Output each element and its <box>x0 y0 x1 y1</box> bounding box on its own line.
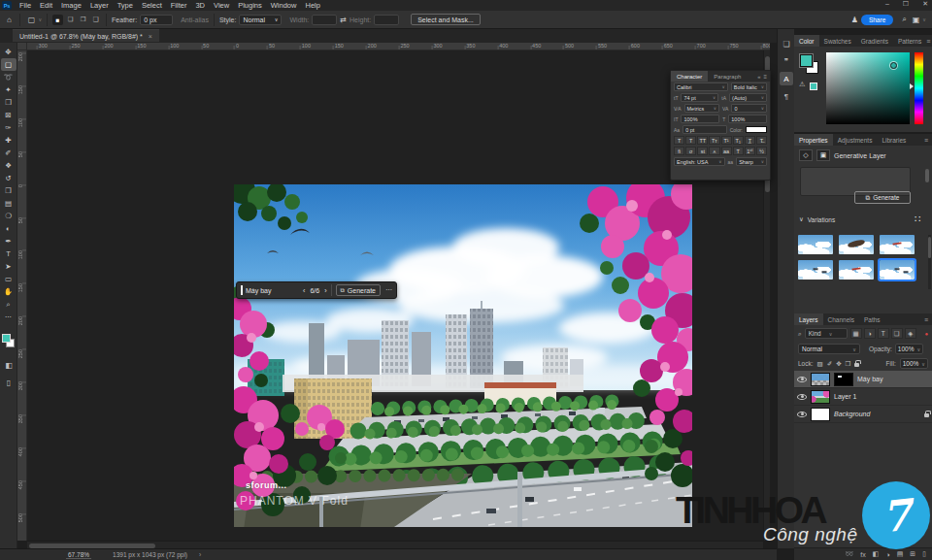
collapse-panel-icon[interactable]: « <box>757 74 760 80</box>
tracking-select[interactable]: 0∨ <box>731 104 767 113</box>
zoom-level-input[interactable]: 67.78% <box>66 551 91 559</box>
blend-mode-select[interactable]: Normal∨ <box>798 344 860 354</box>
photo-canvas[interactable]: .f1{fill:#d6309b}.f2{fill:#e455b1}.f3{fi… <box>234 184 692 527</box>
panel-menu-icon[interactable]: ≡ <box>763 74 767 80</box>
opentype-feature-toggle[interactable]: T <box>733 147 744 155</box>
pen-tool[interactable]: ✒ <box>1 235 17 247</box>
home-icon[interactable]: ⌂ <box>4 16 15 24</box>
variation-6[interactable] <box>880 260 915 280</box>
minimize-icon[interactable]: – <box>885 0 889 8</box>
panel-menu-icon[interactable]: ≡ <box>924 137 932 144</box>
edit-toolbar-icon[interactable]: ⋯ <box>1 311 17 323</box>
type-style-toggle[interactable]: T₁ <box>733 136 744 145</box>
tab-gradients[interactable]: Gradients <box>856 35 893 47</box>
fill-select[interactable]: 100%∨ <box>900 358 928 369</box>
tab-paragraph[interactable]: Paragraph <box>708 71 747 82</box>
tab-color[interactable]: Color <box>794 35 819 47</box>
prompt-scrollbar[interactable] <box>925 169 929 182</box>
layer-name[interactable]: Layer 1 <box>834 393 856 400</box>
leading-select[interactable]: (Auto)∨ <box>729 93 767 102</box>
type-style-toggle[interactable]: T¹ <box>721 136 732 145</box>
visibility-eye-icon[interactable] <box>797 394 807 400</box>
gamut-warning-icon[interactable]: ⚠ <box>799 81 805 88</box>
menu-item[interactable]: Select <box>142 1 162 10</box>
marquee-tool-preset-icon[interactable]: ▢ <box>25 16 39 24</box>
baseline-shift-input[interactable]: 0 pt <box>682 125 727 134</box>
layer-row-layer-1[interactable]: Layer 1 <box>794 388 932 406</box>
status-arrow-icon[interactable]: › <box>199 551 201 558</box>
tool-preset-dd-icon[interactable]: ∨ <box>38 16 42 22</box>
opentype-feature-toggle[interactable]: σ <box>685 147 696 155</box>
variation-1[interactable] <box>798 235 833 254</box>
vertical-scale-input[interactable]: 100% <box>681 115 719 123</box>
filter-kind-select[interactable]: Kind∨ <box>805 328 848 339</box>
screen-mode-icon[interactable]: ▯ <box>1 377 17 388</box>
new-layer-icon[interactable]: ⊞ <box>910 550 915 558</box>
font-size-select[interactable]: 74 pt∨ <box>681 93 718 102</box>
adjustment-layer-icon[interactable]: ◑ <box>885 551 889 558</box>
filter-toggle-icon[interactable]: ● <box>924 331 928 337</box>
history-panel-icon[interactable]: ❏ <box>780 37 793 50</box>
eyedropper-tool[interactable]: ✑ <box>1 121 17 134</box>
opentype-feature-toggle[interactable]: aa <box>721 147 732 155</box>
healing-brush-tool[interactable]: ✚ <box>1 134 17 147</box>
rectangular-marquee-tool[interactable]: ▢ <box>1 58 17 71</box>
tab-channels[interactable]: Channels <box>823 313 859 325</box>
chevron-down-icon[interactable]: ∨ <box>799 215 804 223</box>
gamut-color-swatch[interactable] <box>810 82 817 90</box>
ruler-origin-corner[interactable] <box>17 43 27 50</box>
opentype-feature-toggle[interactable]: st <box>697 147 708 155</box>
dodge-tool[interactable]: ◐ <box>1 222 17 235</box>
menu-item[interactable]: Plugins <box>238 1 262 10</box>
maximize-icon[interactable]: ☐ <box>903 0 909 8</box>
variation-2[interactable] <box>839 235 874 254</box>
menu-item[interactable]: Help <box>305 1 319 10</box>
layer-thumbnail[interactable] <box>811 408 830 421</box>
menu-item[interactable]: Window <box>271 1 297 10</box>
tab-adjustments[interactable]: Adjustments <box>833 134 878 146</box>
previous-variation-icon[interactable]: ‹ <box>303 287 305 294</box>
type-style-toggle[interactable]: T <box>674 136 684 145</box>
quick-selection-tool[interactable]: ✦ <box>1 83 17 96</box>
opentype-feature-toggle[interactable]: ᴀ <box>709 147 719 155</box>
move-tool[interactable]: ✥ <box>1 46 17 58</box>
select-and-mask-button[interactable]: Select and Mask... <box>411 14 481 25</box>
swap-dimensions-icon[interactable]: ⇄ <box>337 16 350 24</box>
menu-item[interactable]: Type <box>117 1 133 10</box>
subtract-from-selection-icon[interactable]: ❐ <box>78 15 88 25</box>
tab-swatches[interactable]: Swatches <box>819 35 856 47</box>
canvas-horizontal-scrollbar[interactable] <box>27 541 763 548</box>
hue-slider[interactable] <box>915 52 923 124</box>
color-field-marker[interactable] <box>890 62 897 69</box>
workspace-switcher-icon[interactable]: ▣ <box>910 16 923 24</box>
variations-scrollbar[interactable] <box>928 235 931 289</box>
scrollbar-thumb[interactable] <box>29 544 155 548</box>
type-tool[interactable]: T <box>1 247 17 260</box>
feather-input[interactable]: 0 px <box>140 15 173 25</box>
visibility-eye-icon[interactable] <box>797 377 807 382</box>
variation-4[interactable] <box>798 260 833 280</box>
menu-item[interactable]: Layer <box>90 1 109 10</box>
panel-menu-icon[interactable]: ≡ <box>926 38 932 45</box>
prompt-input[interactable]: Máy bay <box>246 287 271 294</box>
opacity-select[interactable]: 100%∨ <box>895 344 923 354</box>
layer-thumbnail[interactable] <box>811 390 830 404</box>
menu-item[interactable]: View <box>214 1 229 10</box>
gradient-tool[interactable]: ▤ <box>1 197 17 210</box>
delete-layer-icon[interactable]: ▯ <box>922 550 926 558</box>
layer-name[interactable]: Máy bay <box>857 376 882 382</box>
generate-button[interactable]: ⧉ Generate <box>854 191 911 204</box>
grid-view-icon[interactable]: ∷ <box>915 214 920 224</box>
filter-shape-icon[interactable]: ❏ <box>891 328 903 339</box>
brush-tool[interactable]: ✐ <box>1 147 17 159</box>
lock-artboard-icon[interactable]: ❐ <box>846 360 851 368</box>
frame-tool[interactable]: ⊠ <box>1 109 17 121</box>
path-selection-tool[interactable]: ➤ <box>1 260 17 273</box>
tab-properties[interactable]: Properties <box>794 134 833 146</box>
crop-tool[interactable]: ❐ <box>1 96 17 109</box>
paragraph-panel-icon[interactable]: ¶ <box>780 89 793 103</box>
eraser-tool[interactable]: ❒ <box>1 184 17 197</box>
tab-paths[interactable]: Paths <box>859 313 885 325</box>
layer-effects-icon[interactable]: fx <box>860 551 865 558</box>
comments-panel-icon[interactable]: ❞ <box>780 54 793 68</box>
